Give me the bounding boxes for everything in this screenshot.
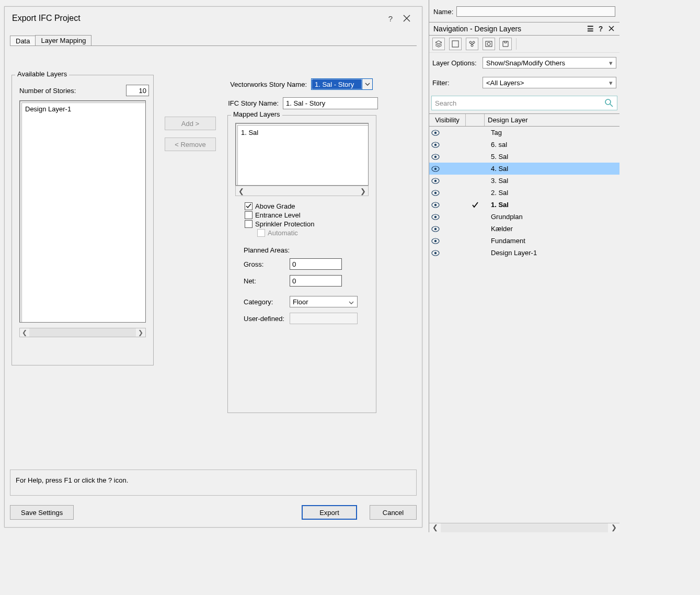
panel-hscroll[interactable]: ❮ ❯ — [429, 523, 619, 532]
add-button[interactable]: Add > — [165, 117, 216, 130]
dialog-title: Export IFC Project — [12, 14, 383, 23]
gross-label: Gross: — [244, 260, 290, 268]
category-label: Category: — [244, 298, 290, 306]
dialog-titlebar: Export IFC Project ? — [5, 7, 422, 30]
visibility-toggle[interactable] — [429, 190, 442, 196]
viewports-icon[interactable] — [483, 38, 495, 50]
list-item[interactable]: Design Layer-1 — [22, 103, 145, 115]
visibility-toggle[interactable] — [429, 130, 442, 136]
svg-point-8 — [434, 131, 437, 133]
sprinkler-protection-label: Sprinkler Protection — [255, 220, 314, 228]
chevron-down-icon[interactable] — [362, 79, 372, 89]
category-dropdown[interactable]: Floor — [290, 296, 358, 307]
close-icon[interactable] — [398, 12, 416, 25]
scroll-track[interactable] — [441, 523, 608, 532]
visibility-toggle[interactable] — [429, 214, 442, 220]
scroll-track[interactable] — [29, 328, 136, 337]
ifc-story-name-label: IFC Story Name: — [219, 99, 279, 107]
table-row[interactable]: 6. sal — [429, 139, 619, 151]
table-row[interactable]: 3. Sal — [429, 175, 619, 187]
remove-button[interactable]: < Remove — [165, 138, 216, 151]
saved-views-icon[interactable] — [499, 38, 512, 50]
visibility-toggle[interactable] — [429, 250, 442, 256]
visibility-toggle[interactable] — [429, 142, 442, 148]
menu-icon[interactable]: ☰ — [586, 25, 594, 33]
available-layers-list[interactable]: Design Layer-1 — [19, 100, 146, 323]
entrance-level-label: Entrance Level — [255, 211, 301, 219]
table-row[interactable]: Tag — [429, 127, 619, 139]
sprinkler-protection-checkbox[interactable] — [245, 220, 253, 228]
tab-layer-mapping[interactable]: Layer Mapping — [35, 35, 91, 46]
col-visibility[interactable]: Visibility — [429, 114, 466, 126]
mapped-layers-group: Mapped Layers 1. Sal ❮ ❯ Above Grade Ent… — [227, 115, 376, 413]
close-icon[interactable] — [607, 25, 615, 33]
toolbar-separator — [516, 38, 517, 50]
ifc-story-name-input[interactable] — [283, 97, 378, 109]
layer-options-label: Layer Options: — [432, 59, 483, 67]
available-layers-legend: Available Layers — [15, 70, 69, 78]
layer-options-value: Show/Snap/Modify Others — [486, 59, 565, 67]
number-of-stories-label: Number of Stories: — [19, 87, 126, 95]
table-row[interactable]: 1. Sal — [429, 199, 619, 211]
visibility-toggle[interactable] — [429, 238, 442, 244]
dialog-help-button[interactable]: ? — [383, 11, 398, 26]
net-input[interactable] — [290, 275, 342, 287]
layer-name: 1. Sal — [485, 201, 619, 209]
svg-point-10 — [434, 143, 437, 145]
layer-table-header: Visibility Design Layer — [429, 113, 619, 127]
layer-rows: Tag6. sal5. Sal4. Sal3. Sal2. Sal1. SalG… — [429, 127, 619, 259]
layers-icon[interactable] — [432, 38, 445, 50]
export-button[interactable]: Export — [302, 505, 357, 520]
visibility-toggle[interactable] — [429, 226, 442, 232]
table-row[interactable]: Kælder — [429, 223, 619, 235]
svg-point-16 — [434, 179, 437, 181]
scroll-right-icon[interactable]: ❯ — [358, 187, 368, 195]
table-row[interactable]: Grundplan — [429, 211, 619, 223]
tab-data[interactable]: Data — [10, 36, 36, 46]
svg-point-14 — [434, 167, 437, 169]
layer-options-dropdown[interactable]: Show/Snap/Modify Others ▾ — [483, 57, 616, 68]
sheet-layers-icon[interactable] — [449, 38, 462, 50]
help-icon[interactable]: ? — [596, 25, 605, 33]
table-row[interactable]: 4. Sal — [429, 163, 619, 175]
list-item[interactable]: 1. Sal — [238, 125, 368, 140]
scroll-left-icon[interactable]: ❮ — [236, 187, 246, 195]
gross-input[interactable] — [290, 258, 342, 270]
entrance-level-checkbox[interactable] — [245, 211, 253, 219]
mapped-layers-hscroll[interactable]: ❮ ❯ — [235, 186, 369, 196]
filter-dropdown[interactable]: <All Layers> ▾ — [483, 77, 616, 88]
col-design-layer[interactable]: Design Layer — [485, 114, 619, 126]
scroll-right-icon[interactable]: ❯ — [608, 523, 619, 532]
scroll-left-icon[interactable]: ❮ — [429, 523, 441, 532]
visibility-toggle[interactable] — [429, 166, 442, 172]
chevron-down-icon: ▾ — [609, 79, 613, 87]
visibility-toggle[interactable] — [429, 178, 442, 184]
mapped-layers-list[interactable]: 1. Sal — [235, 123, 369, 186]
scroll-right-icon[interactable]: ❯ — [136, 329, 145, 336]
right-side-panel: Name: Navigation - Design Layers ☰ ? Lay… — [429, 0, 619, 532]
visibility-toggle[interactable] — [429, 154, 442, 160]
table-row[interactable]: Design Layer-1 — [429, 247, 619, 259]
available-layers-hscroll[interactable]: ❮ ❯ — [19, 328, 146, 337]
layer-name: 5. Sal — [485, 153, 619, 161]
vw-story-name-label: Vectorworks Story Name: — [219, 81, 307, 88]
search-placeholder: Search — [435, 99, 456, 107]
classes-icon[interactable] — [466, 38, 478, 50]
scroll-left-icon[interactable]: ❮ — [20, 329, 29, 336]
save-settings-button[interactable]: Save Settings — [10, 505, 74, 520]
tab-strip: Data Layer Mapping — [10, 33, 422, 45]
search-input[interactable]: Search — [431, 96, 617, 110]
user-defined-field — [290, 313, 358, 324]
col-blank[interactable] — [466, 114, 485, 126]
number-of-stories-input[interactable] — [126, 85, 149, 96]
above-grade-checkbox[interactable] — [245, 202, 253, 210]
visibility-toggle[interactable] — [429, 202, 442, 208]
table-row[interactable]: 5. Sal — [429, 151, 619, 163]
cancel-button[interactable]: Cancel — [370, 505, 417, 520]
table-row[interactable]: Fundament — [429, 235, 619, 247]
vw-story-name-dropdown[interactable]: 1. Sal - Story — [311, 78, 373, 90]
net-label: Net: — [244, 277, 290, 285]
table-row[interactable]: 2. Sal — [429, 187, 619, 199]
name-input[interactable] — [456, 6, 615, 17]
svg-point-12 — [434, 155, 437, 157]
